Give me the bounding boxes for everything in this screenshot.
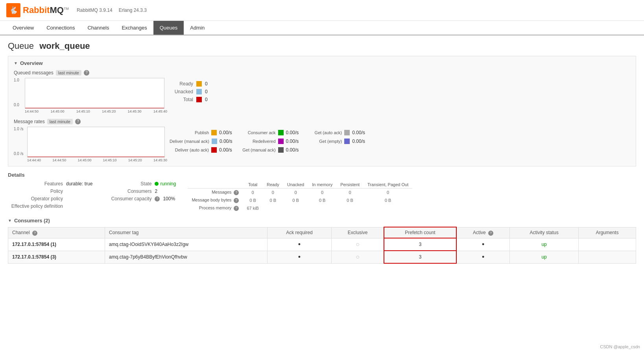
x-label-0: 14:44:50 — [25, 109, 39, 113]
consumer-2-arguments — [578, 251, 636, 263]
detail-state: State running — [104, 181, 176, 187]
logo-icon: 🐇 — [6, 3, 20, 17]
queued-messages-help[interactable]: ? — [84, 70, 89, 76]
x-label-1: 14:45:00 — [50, 109, 64, 113]
rate-deliver-auto-value: 0.00/s — [219, 147, 232, 153]
message-rates-help[interactable]: ? — [75, 119, 81, 124]
rate-deliver-auto: Deliver (auto ack) 0.00/s — [170, 147, 233, 153]
consumers-section: ▼ Consumers (2) Channel ? Consumer tag A… — [8, 218, 636, 264]
stats-col-unacked: Unacked — [283, 181, 308, 189]
detail-consumer-cap: Consumer capacity ? 100% — [104, 196, 176, 201]
stats-procmem-ready — [263, 204, 283, 212]
col-channel-help[interactable]: ? — [32, 231, 37, 236]
stats-bodybytes-unacked: 0 B — [283, 196, 308, 204]
rates-col-2: Consumer ack 0.00/s Redelivered 0.00/s G… — [240, 130, 299, 153]
col-activity-status: Activity status — [510, 227, 578, 238]
col-channel: Channel ? — [8, 227, 105, 238]
consumers-header-row: Channel ? Consumer tag Ack required Excl… — [8, 227, 636, 238]
consumers-triangle: ▼ — [8, 218, 12, 223]
rates-legend: Publish 0.00/s Deliver (manual ack) 0.00… — [170, 119, 365, 153]
chart-y-top: 1.0 — [14, 78, 19, 82]
stats-bodybytes-total: 0 B — [243, 196, 263, 204]
chart-xaxis-rates: 14:44:40 14:44:50 14:45:00 14:45:10 14:4… — [27, 157, 167, 162]
nav-channels[interactable]: Channels — [81, 21, 115, 35]
consumer-1-prefetch: 3 — [384, 238, 456, 251]
nav-connections[interactable]: Connections — [40, 21, 81, 35]
stats-col-persistent: Persistent — [336, 181, 364, 189]
detail-consumers-key: Consumers — [104, 189, 151, 194]
rate-get-empty-value: 0.00/s — [352, 139, 365, 144]
stats-procmem-label: Process memory — [199, 205, 232, 210]
col-ack-required: Ack required — [267, 227, 331, 238]
rates-chart-y-top: 1.0 /s — [14, 127, 23, 131]
detail-state-val: running — [155, 181, 176, 187]
rx-label-4: 14:45:20 — [128, 158, 142, 162]
x-label-2: 14:45:10 — [76, 109, 90, 113]
stats-procmem-total: 67 kiB — [243, 204, 263, 212]
stats-table: Total Ready Unacked In memory Persistent… — [188, 181, 412, 212]
stats-messages-unacked: 0 — [283, 189, 308, 197]
consumers-header[interactable]: ▼ Consumers (2) — [8, 218, 636, 224]
message-rates-row: Message rates last minute ? 1.0 /s 0.0 /… — [14, 119, 630, 162]
stats-messages-persistent: 0 — [336, 189, 364, 197]
x-label-5: 14:45:40 — [153, 109, 167, 113]
consumer-1-channel: 172.17.0.1:57854 (1) — [8, 238, 105, 251]
legend-unacked-label: Unacked — [170, 89, 193, 94]
chart-y-bottom: 0.0 — [14, 103, 19, 107]
page-title-name: work_queue — [39, 41, 90, 51]
message-rates-header: Message rates last minute ? — [14, 119, 167, 124]
queued-messages-row: Queued messages last minute ? 1.0 0.0 14… — [14, 70, 630, 113]
nav-admin[interactable]: Admin — [184, 21, 211, 35]
stats-procmem-persistent — [336, 204, 364, 212]
consumer-2-prefetch: 3 — [384, 251, 456, 263]
main-content: Queue work_queue ▼ Overview Queued messa… — [0, 35, 644, 275]
nav-overview[interactable]: Overview — [6, 21, 40, 35]
consumer-row-1: 172.17.0.1:57854 (1) amq.ctag-IOoidSVKY8… — [8, 238, 636, 251]
details-title: Details — [8, 172, 636, 178]
overview-header[interactable]: ▼ Overview — [14, 60, 630, 66]
col-prefetch-count: Prefetch count — [384, 227, 456, 238]
message-rates-left: Message rates last minute ? 1.0 /s 0.0 /… — [14, 119, 167, 162]
rx-label-2: 14:45:00 — [78, 158, 91, 162]
rate-publish-value: 0.00/s — [219, 130, 232, 135]
consumer-1-tag: amq.ctag-IOoidSVKY840AaHo3z2Igw — [105, 238, 268, 251]
rate-get-manual: Get (manual ack) 0.00/s — [240, 147, 299, 153]
stats-procmem-help[interactable]: ? — [234, 206, 239, 211]
stats-bodybytes-help[interactable]: ? — [234, 198, 239, 203]
details-middle: State running Consumers 2 Consumer capac… — [104, 181, 176, 201]
stats-col-ready: Ready — [263, 181, 283, 189]
page-title: Queue work_queue — [8, 41, 636, 51]
legend-unacked-value: 0 — [205, 89, 208, 94]
rate-consumer-ack: Consumer ack 0.00/s — [240, 130, 299, 135]
main-nav: Overview Connections Channels Exchanges … — [0, 21, 644, 35]
stats-bodybytes-transient: 0 B — [364, 196, 412, 204]
stats-col-label — [188, 181, 243, 189]
consumer-1-status: up — [510, 238, 578, 251]
consumer-1-active: • — [456, 238, 510, 251]
detail-eff-policy: Effective policy definition — [8, 203, 92, 209]
stats-messages-help[interactable]: ? — [234, 190, 239, 195]
legend-total-value: 0 — [205, 97, 208, 102]
version-info: RabbitMQ 3.9.14 Erlang 24.3.3 — [77, 7, 147, 13]
rate-get-empty: Get (empty) 0.00/s — [306, 139, 365, 144]
stats-procmem-unacked — [283, 204, 308, 212]
rx-label-1: 14:44:50 — [52, 158, 66, 162]
details-left: Features durable: true Policy Operator p… — [8, 181, 92, 209]
rate-deliver-manual-label: Deliver (manual ack) — [170, 139, 209, 144]
rate-get-manual-color — [278, 147, 284, 153]
stats-col-inmemory: In memory — [308, 181, 336, 189]
rate-redelivered-color — [278, 139, 284, 144]
rate-redelivered-label: Redelivered — [240, 139, 276, 144]
rate-consumer-ack-color — [278, 130, 284, 135]
stats-row-body-bytes: Message body bytes ? 0 B 0 B 0 B 0 B 0 B… — [188, 196, 412, 204]
legend-unacked-color — [196, 89, 202, 94]
chart-canvas-qm — [25, 78, 164, 109]
legend-total-color — [196, 97, 202, 102]
detail-consumer-cap-val: 100% — [163, 196, 175, 201]
x-label-3: 14:45:20 — [102, 109, 116, 113]
nav-queues[interactable]: Queues — [153, 21, 184, 35]
queued-messages-header: Queued messages last minute ? — [14, 70, 167, 76]
detail-consumer-cap-help[interactable]: ? — [155, 196, 160, 201]
nav-exchanges[interactable]: Exchanges — [115, 21, 153, 35]
col-active-help[interactable]: ? — [488, 231, 493, 236]
